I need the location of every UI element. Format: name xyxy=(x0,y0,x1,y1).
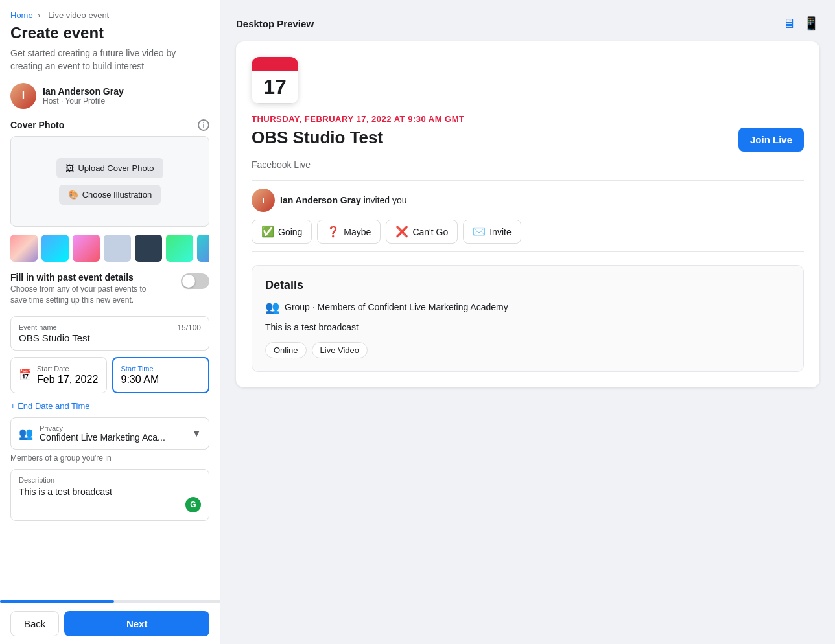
start-time-field[interactable]: Start Time 9:30 AM xyxy=(112,357,210,393)
start-date-field[interactable]: 📅 Start Date Feb 17, 2022 xyxy=(10,357,107,393)
host-name: Ian Anderson Gray xyxy=(43,86,124,97)
group-text: Group · Members of Confident Live Market… xyxy=(285,302,508,312)
start-date-label: Start Date xyxy=(37,365,98,373)
rsvp-buttons: ✅ Going ❓ Maybe ❌ Can't Go ✉️ Invite xyxy=(252,220,804,244)
event-name-label: Event name xyxy=(19,323,201,331)
page-subtitle: Get started creating a future live video… xyxy=(10,47,209,73)
calendar-icon-visual: 17 xyxy=(252,57,298,104)
illustration-thumb[interactable] xyxy=(73,235,100,262)
inviter-avatar: I xyxy=(252,189,275,212)
chevron-down-icon: ▼ xyxy=(192,428,201,439)
right-panel: Desktop Preview 🖥 📱 17 THURSDAY, FEBRUAR… xyxy=(220,0,835,644)
event-name-field[interactable]: Event name OBS Studio Test 15/100 xyxy=(10,316,209,351)
bottom-bar: Back Next xyxy=(0,603,220,644)
char-count: 15/100 xyxy=(177,323,201,332)
event-source: Facebook Live xyxy=(252,159,804,170)
details-card: Details 👥 Group · Members of Confident L… xyxy=(252,265,804,372)
rsvp-row: I Ian Anderson Gray invited you ✅ Going … xyxy=(252,180,804,252)
event-date-string: THURSDAY, FEBRUARY 17, 2022 AT 9:30 AM G… xyxy=(252,114,804,124)
privacy-icon: 👥 xyxy=(19,426,33,441)
rsvp-invite-button[interactable]: ✉️ Invite xyxy=(463,220,521,244)
avatar: I xyxy=(10,83,36,109)
event-description: This is a test broadcast xyxy=(265,321,790,334)
join-live-button[interactable]: Join Live xyxy=(738,128,804,152)
description-field[interactable]: Description This is a test broadcast G xyxy=(10,469,209,521)
details-group-row: 👥 Group · Members of Confident Live Mark… xyxy=(265,300,790,314)
illustration-thumb[interactable] xyxy=(10,235,38,262)
left-panel: Home › Live video event Create event Get… xyxy=(0,0,220,644)
fill-past-subtitle: Choose from any of your past events to s… xyxy=(10,284,153,306)
illustration-icon: 🎨 xyxy=(68,190,78,200)
privacy-field[interactable]: 👥 Privacy Confident Live Marketing Aca..… xyxy=(10,417,209,450)
cal-top xyxy=(252,57,298,71)
date-time-row: 📅 Start Date Feb 17, 2022 Start Time 9:3… xyxy=(10,357,209,393)
page-title: Create event xyxy=(10,24,209,42)
description-value[interactable]: This is a test broadcast xyxy=(19,487,201,497)
start-time-label: Start Time xyxy=(121,365,201,373)
desktop-preview-icon[interactable]: 🖥 xyxy=(782,16,795,31)
breadcrumb-home[interactable]: Home xyxy=(10,10,33,20)
fill-past-row: Fill in with past event details Choose f… xyxy=(10,272,209,306)
illustration-thumb[interactable] xyxy=(104,235,131,262)
breadcrumb-current: Live video event xyxy=(48,10,109,20)
rsvp-going-button[interactable]: ✅ Going xyxy=(252,220,312,244)
next-button[interactable]: Next xyxy=(64,611,209,636)
event-card: 17 THURSDAY, FEBRUARY 17, 2022 AT 9:30 A… xyxy=(236,41,819,387)
fill-past-toggle[interactable] xyxy=(181,273,209,289)
rsvp-maybe-button[interactable]: ❓ Maybe xyxy=(317,220,381,244)
description-label: Description xyxy=(19,476,201,484)
tag-live-video: Live Video xyxy=(312,342,368,358)
illustration-thumb[interactable] xyxy=(135,235,162,262)
breadcrumb: Home › Live video event xyxy=(10,10,209,20)
details-title: Details xyxy=(265,279,790,292)
grammarly-icon[interactable]: G xyxy=(185,497,201,512)
privacy-value: Confident Live Marketing Aca... xyxy=(40,432,185,443)
cant-go-icon: ❌ xyxy=(395,225,408,238)
preview-header: Desktop Preview 🖥 📱 xyxy=(236,16,819,31)
start-time-value[interactable]: 9:30 AM xyxy=(121,374,201,385)
start-date-value[interactable]: Feb 17, 2022 xyxy=(37,374,98,385)
upload-icon: 🖼 xyxy=(65,163,74,173)
fill-past-title: Fill in with past event details xyxy=(10,272,153,282)
choose-illustration-button[interactable]: 🎨 Choose Illustration xyxy=(59,185,161,205)
group-icon: 👥 xyxy=(265,300,279,314)
calendar-icon: 📅 xyxy=(19,369,32,381)
inviter-text: Ian Anderson Gray invited you xyxy=(280,195,804,205)
privacy-label: Privacy xyxy=(40,424,185,432)
info-icon[interactable]: i xyxy=(198,119,209,131)
end-date-link[interactable]: + End Date and Time xyxy=(10,401,90,411)
host-info: Ian Anderson Gray Host · Your Profile xyxy=(43,86,124,106)
preview-title: Desktop Preview xyxy=(236,18,314,29)
event-name-preview: OBS Studio Test xyxy=(252,128,383,148)
back-button[interactable]: Back xyxy=(10,611,59,636)
privacy-note: Members of a group you're in xyxy=(10,454,209,463)
illustration-thumb[interactable] xyxy=(166,235,193,262)
illustration-thumb[interactable] xyxy=(41,235,69,262)
cal-date-number: 17 xyxy=(252,71,298,104)
tags-row: Online Live Video xyxy=(265,342,790,358)
cover-photo-box: 🖼 Upload Cover Photo 🎨 Choose Illustrati… xyxy=(10,136,209,227)
event-name-value[interactable]: OBS Studio Test xyxy=(19,332,201,343)
breadcrumb-separator: › xyxy=(38,10,40,20)
maybe-icon: ❓ xyxy=(327,225,340,238)
going-icon: ✅ xyxy=(261,225,274,238)
tag-online: Online xyxy=(265,342,307,358)
illustration-thumb[interactable] xyxy=(197,235,209,262)
host-role: Host · Your Profile xyxy=(43,97,124,106)
illustration-row xyxy=(10,235,209,262)
cover-photo-label: Cover Photo i xyxy=(10,119,209,131)
invite-icon: ✉️ xyxy=(473,225,486,238)
preview-icons: 🖥 📱 xyxy=(782,16,819,31)
mobile-preview-icon[interactable]: 📱 xyxy=(803,16,819,31)
upload-cover-photo-button[interactable]: 🖼 Upload Cover Photo xyxy=(56,158,163,178)
host-row: I Ian Anderson Gray Host · Your Profile xyxy=(10,83,209,109)
rsvp-cant-go-button[interactable]: ❌ Can't Go xyxy=(386,220,458,244)
